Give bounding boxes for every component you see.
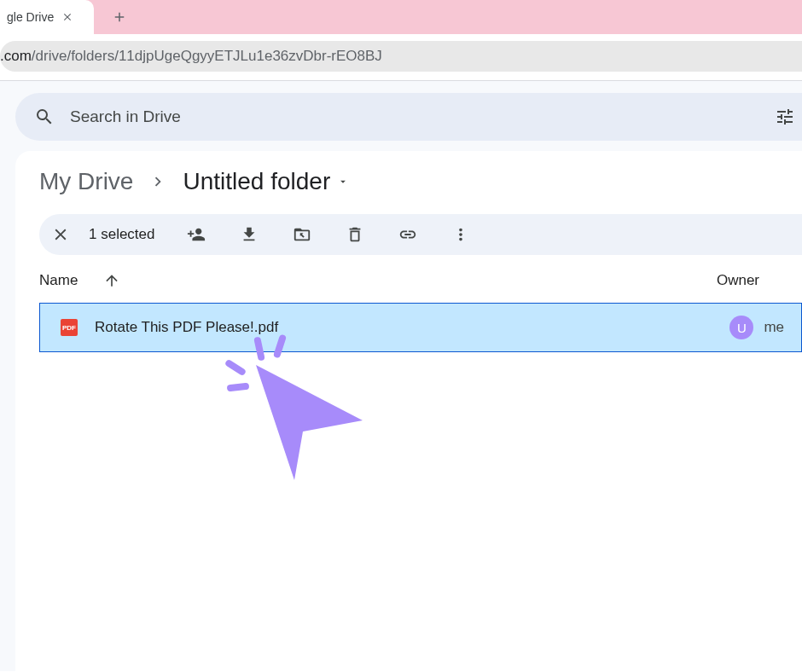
- move-button[interactable]: [285, 225, 319, 244]
- caret-down-icon: [337, 176, 349, 188]
- filter-icon[interactable]: [775, 107, 795, 127]
- search-placeholder: Search in Drive: [70, 107, 759, 126]
- breadcrumb-root[interactable]: My Drive: [39, 168, 133, 195]
- file-name: Rotate This PDF Please!.pdf: [95, 319, 712, 336]
- clear-selection-button[interactable]: [51, 225, 70, 244]
- pdf-icon: PDF: [61, 319, 78, 336]
- share-button[interactable]: [179, 225, 213, 244]
- selection-toolbar: 1 selected: [39, 214, 802, 255]
- close-icon[interactable]: [61, 10, 74, 24]
- url-field[interactable]: .com/drive/folders/11djpUgeQgyyETJLu1e36…: [0, 41, 802, 72]
- column-headers: Name Owner: [39, 272, 802, 289]
- link-button[interactable]: [391, 225, 425, 244]
- file-row[interactable]: PDF Rotate This PDF Please!.pdf U me: [39, 303, 802, 352]
- chevron-right-icon: [148, 172, 167, 191]
- url-text: .com/drive/folders/11djpUgeQgyyETJLu1e36…: [0, 48, 382, 65]
- breadcrumb-current-label: Untitled folder: [183, 168, 330, 195]
- browser-tab[interactable]: gle Drive: [0, 0, 94, 34]
- breadcrumb: My Drive Untitled folder: [39, 168, 802, 195]
- download-button[interactable]: [232, 225, 266, 244]
- new-tab-button[interactable]: [108, 5, 131, 29]
- selection-count: 1 selected: [89, 226, 155, 243]
- browser-tab-bar: gle Drive: [0, 0, 802, 34]
- drive-area: Search in Drive My Drive Untitled folder: [0, 81, 802, 671]
- owner-cell: U me: [729, 316, 784, 339]
- delete-button[interactable]: [338, 225, 372, 244]
- column-owner[interactable]: Owner: [717, 272, 759, 289]
- search-icon: [34, 107, 55, 127]
- more-button[interactable]: [444, 225, 478, 244]
- search-bar[interactable]: Search in Drive: [15, 93, 802, 141]
- column-name[interactable]: Name: [39, 272, 120, 289]
- main-panel: My Drive Untitled folder 1 selected: [15, 151, 802, 671]
- url-bar: .com/drive/folders/11djpUgeQgyyETJLu1e36…: [0, 34, 802, 75]
- arrow-up-icon: [103, 272, 120, 289]
- column-name-label: Name: [39, 272, 78, 289]
- breadcrumb-current[interactable]: Untitled folder: [183, 168, 349, 195]
- tab-title: gle Drive: [7, 10, 54, 24]
- owner-label: me: [764, 319, 784, 336]
- avatar: U: [729, 316, 753, 339]
